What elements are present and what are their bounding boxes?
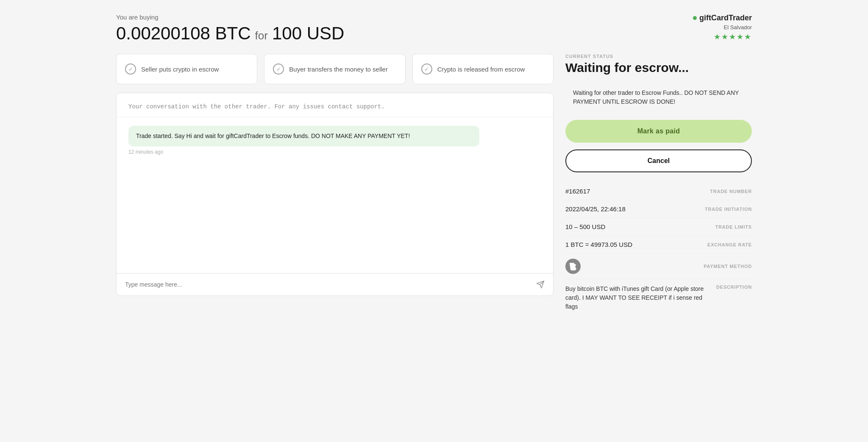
main-content: ✓ Seller puts crypto in escrow ✓ Buyer t… [116,54,752,316]
cancel-button[interactable]: Cancel [565,149,752,172]
description-text: Buy bitcoin BTC with iTunes gift Card (o… [565,285,711,311]
chat-bubble: Trade started. Say Hi and wait for giftC… [128,126,479,146]
chat-message-wrapper: Trade started. Say Hi and wait for giftC… [128,126,541,155]
apple-payment-icon [565,259,581,274]
trader-stars: ★★★★★ [714,32,752,41]
trader-name[interactable]: giftCardTrader [699,14,752,22]
trade-number-row: #162617 TRADE NUMBER [565,182,752,200]
usd-amount: 100 USD [272,23,344,44]
header-section: You are buying 0.00200108 BTC for 100 US… [116,14,752,44]
left-panel: ✓ Seller puts crypto in escrow ✓ Buyer t… [116,54,554,296]
chat-input[interactable] [125,281,531,288]
exchange-rate-row: 1 BTC = 49973.05 USD EXCHANGE RATE [565,236,752,254]
step-3-card: ✓ Crypto is released from escrow [412,54,554,84]
buy-label: You are buying [116,14,344,21]
exchange-rate-label: EXCHANGE RATE [707,242,752,247]
trader-name-row: giftCardTrader [693,14,752,22]
status-section: CURRENT STATUS Waiting for escrow... [565,54,752,75]
current-status-label: CURRENT STATUS [565,54,752,59]
trade-limits-label: TRADE LIMITS [715,224,752,229]
escrow-warning: Waiting for other trader to Escrow Funds… [565,82,752,113]
trade-initiation-row: 2022/04/25, 22:46:18 TRADE INITIATION [565,200,752,218]
trade-details: #162617 TRADE NUMBER 2022/04/25, 22:46:1… [565,179,752,316]
payment-method-label: PAYMENT METHOD [704,264,752,269]
step-1-icon: ✓ [125,64,136,75]
trade-number-value: #162617 [565,188,590,195]
trade-info: You are buying 0.00200108 BTC for 100 US… [116,14,344,44]
send-button[interactable] [536,280,545,289]
chat-timestamp: 12 minutes ago [128,149,541,155]
description-row: Buy bitcoin BTC with iTunes gift Card (o… [565,279,752,316]
btc-amount: 0.00200108 BTC [116,23,251,44]
chat-container: Your conversation with the other trader.… [116,93,554,296]
online-indicator [693,16,697,20]
right-panel: CURRENT STATUS Waiting for escrow... Wai… [565,54,752,316]
exchange-rate-value: 1 BTC = 49973.05 USD [565,241,632,248]
trader-location: El Salvador [724,24,752,30]
trade-limits-value: 10 – 500 USD [565,223,605,230]
mark-paid-button[interactable]: Mark as paid [565,120,752,143]
chat-input-row [117,273,553,296]
status-title: Waiting for escrow... [565,61,752,75]
trade-initiation-label: TRADE INITIATION [705,207,752,212]
step-2-icon: ✓ [273,64,284,75]
trader-info: giftCardTrader El Salvador ★★★★★ [693,14,752,41]
step-1-label: Seller puts crypto in escrow [141,65,219,74]
trade-amount: 0.00200108 BTC for 100 USD [116,23,344,44]
for-word: for [255,29,268,42]
trade-initiation-value: 2022/04/25, 22:46:18 [565,205,626,213]
payment-method-row: PAYMENT METHOD [565,254,752,279]
trade-limits-row: 10 – 500 USD TRADE LIMITS [565,218,752,236]
steps-row: ✓ Seller puts crypto in escrow ✓ Buyer t… [116,54,554,84]
chat-messages: Trade started. Say Hi and wait for giftC… [117,117,553,273]
step-3-label: Crypto is released from escrow [437,65,525,74]
step-2-label: Buyer transfers the money to seller [289,65,388,74]
description-label: DESCRIPTION [716,285,752,290]
step-3-icon: ✓ [421,64,432,75]
chat-header-note: Your conversation with the other trader.… [117,93,553,117]
step-2-card: ✓ Buyer transfers the money to seller [264,54,405,84]
step-1-card: ✓ Seller puts crypto in escrow [116,54,257,84]
trade-number-label: TRADE NUMBER [710,189,752,194]
